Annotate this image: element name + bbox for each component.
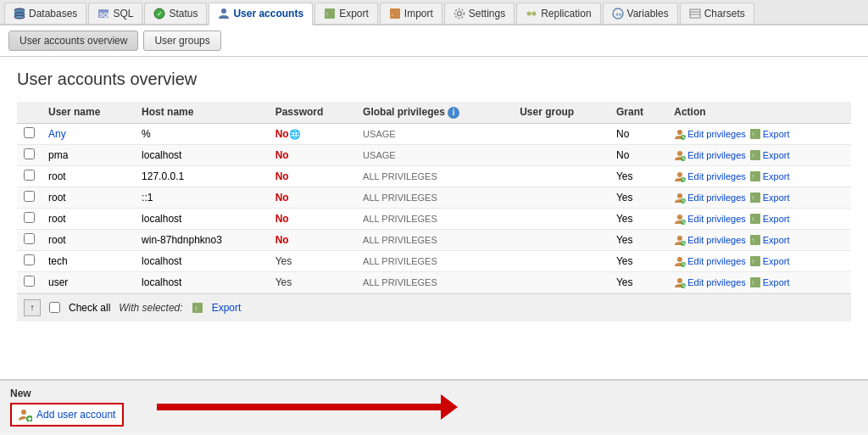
tab-replication[interactable]: Replication: [516, 3, 600, 24]
svg-text:↑: ↑: [751, 258, 754, 265]
svg-point-17: [532, 12, 537, 16]
row-checkbox[interactable]: [24, 127, 35, 138]
svg-text:✎: ✎: [682, 219, 686, 225]
tab-import[interactable]: ↓ Import: [380, 3, 442, 24]
main-content: User accounts overview User name Host na…: [0, 57, 868, 379]
svg-text:↑: ↑: [751, 152, 754, 159]
tab-sql[interactable]: SQL SQL: [88, 3, 142, 24]
grant-cell: Yes: [609, 165, 667, 187]
sub-btn-groups[interactable]: User groups: [143, 31, 220, 51]
export-link[interactable]: ↑ Export: [749, 149, 790, 161]
hostname-cell: localhost: [135, 144, 269, 165]
tab-variables-label: Variables: [627, 8, 669, 20]
export-icon: ↑: [749, 255, 761, 267]
privileges-cell: USAGE: [363, 129, 396, 139]
privileges-cell: ALL PRIVILEGES: [363, 256, 437, 266]
user-accounts-table: User name Host name Password Global priv…: [17, 102, 851, 293]
tab-replication-label: Replication: [541, 8, 591, 20]
export-icon: ↑: [749, 276, 761, 288]
svg-text:↑: ↑: [751, 194, 754, 202]
tab-settings[interactable]: Settings: [444, 3, 515, 24]
action-cell: ✎ Edit privileges↑ Export: [667, 165, 851, 187]
tab-user-accounts-label: User accounts: [233, 8, 303, 20]
privileges-cell: ALL PRIVILEGES: [363, 192, 437, 203]
table-row: pmalocalhostNoUSAGENo✎ Edit privileges↑ …: [17, 144, 851, 165]
export-link[interactable]: ↑ Export: [749, 192, 790, 204]
username-cell: tech: [42, 250, 135, 271]
export-link-bottom[interactable]: Export: [212, 302, 242, 314]
export-link[interactable]: ↑ Export: [749, 234, 790, 246]
tab-export-label: Export: [339, 8, 369, 20]
tab-export[interactable]: ↑ Export: [314, 3, 378, 24]
export-link[interactable]: ↑ Export: [749, 213, 790, 225]
globe-icon: 🌐: [289, 129, 301, 140]
password-cell: No: [269, 229, 356, 250]
row-checkbox[interactable]: [24, 148, 35, 159]
privileges-cell: ALL PRIVILEGES: [363, 235, 437, 245]
username-cell: user: [42, 271, 135, 293]
export-link[interactable]: ↑ Export: [749, 255, 790, 267]
export-icon: ↑: [749, 170, 761, 182]
svg-text:↑: ↑: [751, 131, 754, 138]
export-link[interactable]: ↑ Export: [749, 276, 790, 288]
user-accounts-tab-icon: [218, 8, 230, 20]
info-icon[interactable]: i: [448, 107, 459, 119]
hostname-cell: ::1: [135, 187, 269, 208]
password-cell: No: [269, 144, 356, 165]
row-checkbox[interactable]: [24, 276, 35, 287]
tab-charsets[interactable]: Charsets: [680, 3, 754, 24]
tab-user-accounts[interactable]: User accounts: [209, 3, 313, 25]
export-link[interactable]: ↑ Export: [749, 128, 790, 140]
add-user-account-link[interactable]: Add user account: [10, 403, 124, 427]
row-checkbox[interactable]: [24, 233, 35, 244]
export-tab-icon: ↑: [324, 8, 336, 20]
edit-privileges-link[interactable]: ✎ Edit privileges: [674, 149, 745, 161]
svg-text:✓: ✓: [157, 10, 163, 18]
check-all-checkbox[interactable]: [49, 302, 60, 313]
hostname-cell: localhost: [135, 250, 269, 271]
hostname-cell: 127.0.0.1: [135, 165, 269, 187]
sub-btn-overview[interactable]: User accounts overview: [8, 31, 138, 51]
tab-sql-label: SQL: [113, 8, 133, 20]
grant-cell: Yes: [609, 187, 667, 208]
svg-point-16: [527, 12, 531, 16]
edit-icon: ✎: [674, 213, 686, 225]
edit-privileges-link[interactable]: ✎ Edit privileges: [674, 170, 745, 182]
edit-icon: ✎: [674, 170, 686, 182]
hostname-cell: win-87hdnphkno3: [135, 229, 269, 250]
tab-databases[interactable]: Databases: [4, 3, 86, 24]
usergroup-cell: [513, 229, 609, 250]
svg-text:↑: ↑: [751, 279, 754, 287]
svg-text:✎: ✎: [682, 282, 686, 288]
tab-databases-label: Databases: [29, 8, 77, 20]
privileges-cell: ALL PRIVILEGES: [363, 171, 437, 181]
table-row: rootwin-87hdnphkno3NoALL PRIVILEGESYes✎ …: [17, 229, 851, 250]
col-privileges: Global privileges i: [356, 102, 513, 123]
import-tab-icon: ↓: [389, 8, 401, 20]
table-row: techlocalhostYesALL PRIVILEGESYes✎ Edit …: [17, 250, 851, 271]
username-link[interactable]: Any: [48, 128, 66, 140]
row-checkbox[interactable]: [24, 212, 35, 223]
edit-privileges-link[interactable]: ✎ Edit privileges: [674, 192, 745, 204]
svg-point-14: [457, 12, 461, 16]
edit-privileges-link[interactable]: ✎ Edit privileges: [674, 276, 745, 288]
table-row: rootlocalhostNoALL PRIVILEGESYes✎ Edit p…: [17, 208, 851, 229]
tab-charsets-label: Charsets: [704, 8, 745, 20]
edit-privileges-link[interactable]: ✎ Edit privileges: [674, 213, 745, 225]
edit-privileges-link[interactable]: ✎ Edit privileges: [674, 255, 745, 267]
hostname-cell: localhost: [135, 208, 269, 229]
edit-privileges-link[interactable]: ✎ Edit privileges: [674, 128, 745, 140]
privileges-cell: USAGE: [363, 150, 396, 160]
tab-status[interactable]: ✓ Status: [144, 3, 207, 24]
row-checkbox[interactable]: [24, 254, 35, 265]
svg-point-66: [21, 410, 26, 415]
usergroup-cell: [513, 208, 609, 229]
row-checkbox[interactable]: [24, 170, 35, 181]
edit-privileges-link[interactable]: ✎ Edit privileges: [674, 234, 745, 246]
edit-icon: ✎: [674, 234, 686, 246]
tab-variables[interactable]: ⇔ Variables: [603, 3, 678, 24]
export-link[interactable]: ↑ Export: [749, 170, 790, 182]
grant-cell: Yes: [609, 271, 667, 293]
row-checkbox[interactable]: [24, 191, 35, 202]
grant-cell: Yes: [609, 229, 667, 250]
